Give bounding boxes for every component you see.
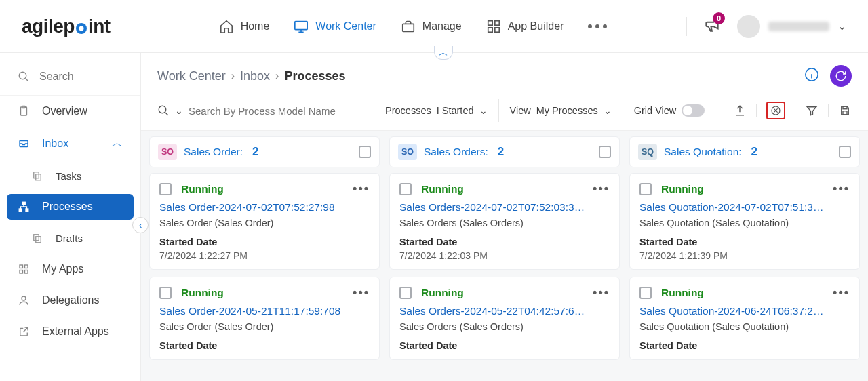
export-button[interactable] (733, 104, 747, 117)
card-title[interactable]: Sales Order-2024-07-02T07:52:27:98 (159, 201, 370, 214)
refresh-button[interactable] (830, 65, 852, 87)
view-filter[interactable]: View My Processes ⌄ (499, 99, 623, 122)
search-input[interactable] (189, 105, 351, 117)
monitor-icon (294, 19, 309, 34)
card-title[interactable]: Sales Orders-2024-07-02T07:52:03:3… (399, 201, 610, 214)
sidebar-external-apps[interactable]: External Apps (0, 316, 140, 347)
card-checkbox[interactable] (399, 287, 412, 299)
card-menu-button[interactable]: ••• (833, 285, 850, 300)
sidebar-external-apps-label: External Apps (42, 325, 109, 338)
board-column: SOSales Orders:2Running•••Sales Orders-2… (389, 136, 620, 381)
card-subtitle: Sales Order (Sales Order) (159, 218, 370, 228)
upload-icon (734, 104, 746, 117)
card-subtitle: Sales Order (Sales Order) (159, 321, 370, 332)
external-link-icon (18, 325, 30, 338)
sidebar-tasks[interactable]: Tasks (0, 160, 140, 191)
card-date-value: 7/2/2024 1:21:39 PM (639, 250, 850, 261)
sidebar-drafts[interactable]: Drafts (0, 222, 140, 254)
nav-manage[interactable]: Manage (401, 19, 462, 34)
nav-right: 0 ⌄ (686, 15, 846, 38)
processes-filter[interactable]: Processes I Started ⌄ (374, 99, 499, 122)
sidebar-overview[interactable]: Overview (0, 96, 140, 127)
process-card[interactable]: Running•••Sales Quotation-2024-06-24T06:… (629, 277, 860, 360)
card-checkbox[interactable] (639, 287, 652, 299)
card-menu-button[interactable]: ••• (353, 285, 370, 300)
column-count: 2 (252, 145, 258, 159)
cancel-icon (770, 105, 781, 116)
user-icon (18, 294, 30, 306)
save-icon (839, 104, 851, 117)
card-checkbox[interactable] (399, 183, 412, 195)
card-title[interactable]: Sales Order-2024-05-21T11:17:59:708 (159, 305, 370, 317)
cancel-button[interactable] (766, 102, 785, 119)
separator (795, 104, 795, 117)
nav-more[interactable] (588, 19, 607, 34)
sidebar-processes[interactable]: Processes (7, 194, 134, 220)
search-icon (18, 71, 30, 83)
column-badge: SO (158, 144, 177, 160)
card-menu-button[interactable]: ••• (353, 182, 370, 196)
card-title[interactable]: Sales Quotation-2024-06-24T06:37:2… (639, 305, 850, 317)
card-date-value: 7/2/2024 1:22:27 PM (159, 250, 370, 261)
process-card[interactable]: Running•••Sales Quotation-2024-07-02T07:… (629, 173, 860, 270)
funnel-icon (806, 104, 818, 117)
notifications-button[interactable]: 0 (703, 16, 721, 37)
card-top: Running••• (159, 285, 370, 300)
card-subtitle: Sales Orders (Sales Orders) (399, 321, 610, 332)
chevron-down-icon: ⌄ (479, 105, 488, 116)
collapse-nav-tab[interactable]: ︿ (434, 46, 453, 60)
sitemap-icon (18, 201, 30, 213)
breadcrumb-actions (804, 65, 852, 87)
nav-home[interactable]: Home (219, 19, 270, 34)
card-menu-button[interactable]: ••• (593, 182, 610, 196)
column-select-all[interactable] (599, 146, 611, 158)
card-menu-button[interactable]: ••• (593, 285, 610, 300)
inbox-icon (18, 138, 30, 150)
sidebar-inbox[interactable]: Inbox ︿ (0, 127, 140, 160)
nav-work-center[interactable]: Work Center (294, 19, 376, 34)
process-card[interactable]: Running•••Sales Orders-2024-07-02T07:52:… (389, 173, 620, 270)
home-icon (219, 19, 234, 34)
card-date-value: 7/2/2024 1:22:03 PM (399, 250, 610, 261)
column-title: Sales Order: (184, 146, 243, 158)
grid-icon (486, 19, 501, 34)
crumb-work-center[interactable]: Work Center (157, 69, 226, 83)
card-checkbox[interactable] (159, 287, 172, 299)
column-count: 2 (751, 145, 757, 159)
column-select-all[interactable] (359, 146, 371, 158)
user-menu[interactable]: ⌄ (737, 15, 846, 38)
sidebar-search[interactable]: Search (0, 58, 140, 96)
info-button[interactable] (804, 67, 819, 85)
nav-app-builder[interactable]: App Builder (486, 19, 564, 34)
sidebar-inbox-label: Inbox (42, 138, 68, 150)
column-header: SOSales Order:2 (149, 136, 380, 167)
card-menu-button[interactable]: ••• (833, 182, 850, 196)
process-card[interactable]: Running•••Sales Order-2024-07-02T07:52:2… (149, 173, 380, 270)
process-card[interactable]: Running•••Sales Order-2024-05-21T11:17:5… (149, 277, 380, 360)
toolbar-actions (733, 102, 852, 119)
sidebar-collapse-button[interactable]: ‹ (132, 217, 149, 233)
card-checkbox[interactable] (639, 183, 652, 195)
copy-icon (31, 169, 43, 182)
save-button[interactable] (838, 104, 852, 117)
card-title[interactable]: Sales Quotation-2024-07-02T07:51:3… (639, 201, 850, 214)
processes-filter-value: I Started (437, 105, 474, 116)
card-top: Running••• (639, 285, 850, 300)
filter-button[interactable] (805, 104, 818, 117)
avatar (737, 15, 760, 38)
process-card[interactable]: Running•••Sales Orders-2024-05-22T04:42:… (389, 277, 620, 360)
svg-rect-20 (25, 265, 28, 268)
crumb-inbox[interactable]: Inbox (240, 69, 270, 83)
card-checkbox[interactable] (159, 183, 172, 195)
svg-rect-14 (22, 202, 26, 205)
search-scope-dropdown[interactable]: ⌄ (175, 105, 183, 116)
card-date-label: Started Date (639, 340, 850, 351)
board-column: SOSales Order:2Running•••Sales Order-202… (149, 136, 380, 381)
column-select-all[interactable] (839, 146, 851, 158)
sidebar-delegations[interactable]: Delegations (0, 285, 140, 316)
card-title[interactable]: Sales Orders-2024-05-22T04:42:57:6… (399, 305, 610, 317)
grid-view-toggle[interactable] (682, 104, 705, 117)
svg-point-23 (22, 296, 26, 300)
sidebar-my-apps[interactable]: My Apps (0, 254, 140, 285)
column-badge: SQ (638, 144, 657, 160)
